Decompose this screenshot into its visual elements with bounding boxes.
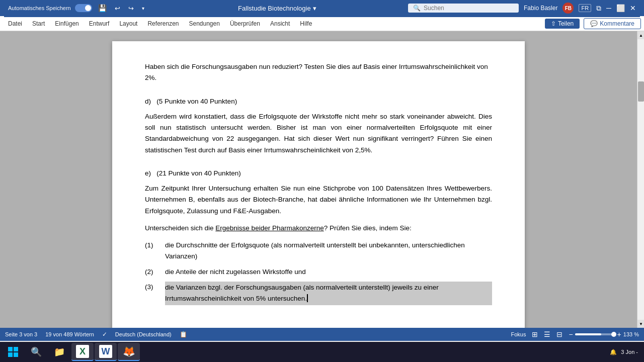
status-right: Fokus ⊞ ☰ ⊟ − + 133 %	[511, 330, 639, 338]
section-e-label: e)	[145, 169, 151, 177]
share-button[interactable]: ⇧ Teilen	[545, 19, 580, 29]
minimize-button[interactable]: ─	[606, 4, 611, 12]
zoom-in-button[interactable]: +	[617, 330, 621, 338]
list-marker-2: (2)	[145, 266, 165, 278]
menu-einfuegen[interactable]: Einfügen	[50, 18, 84, 29]
zoom-level[interactable]: 133 %	[623, 331, 639, 337]
list-item-3: (3) die Varianzen bzgl. der Forschungsau…	[145, 282, 492, 305]
comments-label: Kommentare	[600, 20, 634, 27]
zoom-fill	[575, 333, 602, 335]
list-text-1: die Durchschnitte der Erfolgsquote (als …	[165, 240, 492, 262]
menu-sendungen[interactable]: Sendungen	[184, 18, 225, 29]
close-button[interactable]: ✕	[630, 4, 636, 12]
menu-layout[interactable]: Layout	[114, 18, 142, 29]
word-taskbar-button[interactable]: W	[95, 343, 117, 361]
list-marker-3: (3)	[145, 282, 165, 305]
search-taskbar-button[interactable]: 🔍	[25, 343, 47, 361]
view-mode-2[interactable]: ☰	[544, 330, 550, 338]
windows-start-button[interactable]	[2, 343, 24, 361]
section-d-body: Außerdem wird konstatiert, dass die Erfo…	[145, 111, 492, 156]
scroll-thumb[interactable]	[638, 81, 644, 102]
menu-ansicht[interactable]: Ansicht	[265, 18, 295, 29]
lang-badge: FR	[579, 4, 591, 12]
document-area: Haben sich die Forschungsausgaben nun re…	[0, 31, 644, 328]
zoom-track[interactable]	[575, 333, 615, 335]
menu-bar: Datei Start Einfügen Entwurf Layout Refe…	[0, 16, 644, 31]
section-e-header: e) (21 Punkte von 40 Punkten)	[145, 168, 492, 179]
scrollbar[interactable]: ▲ ▼	[637, 31, 644, 328]
list-text-2: die Anteile der nicht zugelassen Wirksto…	[165, 266, 306, 278]
menu-ueberpruefen[interactable]: Überprüfen	[225, 18, 265, 29]
section-e: e) (21 Punkte von 40 Punkten) Zum Zeitpu…	[145, 168, 492, 305]
svg-rect-0	[8, 347, 13, 351]
title-bar-left: Automatisches Speichern 💾 ↩ ↪ ▾	[8, 3, 146, 13]
title-bar-right: 🔍 Fabio Basler FB FR ⧉ ─ ⬜ ✕	[408, 3, 636, 14]
search-input[interactable]	[424, 5, 504, 12]
body2-suffix: ? Prüfen Sie dies, indem Sie:	[324, 224, 412, 232]
section-d-header: d) (5 Punkte von 40 Punkten)	[145, 96, 492, 107]
scroll-up-button[interactable]: ▲	[637, 31, 644, 39]
redo-button[interactable]: ↪	[126, 4, 136, 13]
body2-prefix: Unterscheiden sich die	[145, 224, 215, 232]
language[interactable]: Deutsch (Deutschland)	[115, 331, 172, 337]
view-mode-3[interactable]: ⊟	[556, 330, 562, 338]
excel-taskbar-button[interactable]: X	[71, 343, 94, 361]
taskbar: 🔍 📁 X W 🦊 🔔 3 Jon -	[0, 342, 644, 362]
scroll-down-button[interactable]: ▼	[637, 320, 644, 328]
page-container[interactable]: Haben sich die Forschungsausgaben nun re…	[0, 31, 637, 328]
system-tray: 🔔 3 Jon -	[610, 349, 642, 355]
zoom-slider[interactable]: − + 133 %	[569, 330, 639, 338]
status-bar: Seite 3 von 3 19 von 489 Wörtern ✓ Deuts…	[0, 328, 644, 341]
section-d-label: d)	[145, 98, 151, 105]
word-count[interactable]: 19 von 489 Wörtern	[45, 331, 94, 337]
section-e-body2: Unterscheiden sich die Ergebnisse beider…	[145, 223, 492, 234]
intro-text: Haben sich die Forschungsausgaben nun re…	[145, 63, 488, 81]
file-explorer-button[interactable]: 📁	[48, 343, 70, 361]
section-e-points: (21 Punkte von 40 Punkten)	[156, 169, 240, 177]
zoom-out-button[interactable]: −	[569, 330, 573, 338]
list-text-3: die Varianzen bzgl. der Forschungsausgab…	[165, 282, 492, 305]
proofread-icon[interactable]: ✓	[102, 331, 107, 338]
user-initials-badge: FB	[562, 3, 574, 14]
menu-hilfe[interactable]: Hilfe	[295, 18, 317, 29]
page-info[interactable]: Seite 3 von 3	[5, 331, 37, 337]
share-label: Teilen	[558, 20, 574, 27]
undo-button[interactable]: ↩	[113, 4, 122, 13]
cursor	[307, 294, 308, 302]
notification-icon[interactable]: 🔔	[610, 349, 617, 355]
section-d-points: (5 Punkte von 40 Punkten)	[156, 98, 237, 105]
document-title[interactable]: Fallstudie Biotechnologie ▾	[238, 5, 316, 12]
svg-rect-2	[8, 352, 13, 357]
svg-rect-3	[14, 352, 18, 357]
list-item-1: (1) die Durchschnitte der Erfolgsquote (…	[145, 240, 492, 262]
status-left: Seite 3 von 3 19 von 489 Wörtern ✓ Deuts…	[5, 331, 187, 338]
menu-referenzen[interactable]: Referenzen	[142, 18, 184, 29]
restore-button[interactable]: ⬜	[616, 4, 625, 12]
body2-underline: Ergebnisse beider Pharmakonzerne	[215, 224, 324, 232]
autosave-label: Automatisches Speichern	[8, 5, 71, 11]
section-d: d) (5 Punkte von 40 Punkten) Außerdem wi…	[145, 96, 492, 156]
track-changes-icon[interactable]: 📋	[180, 331, 187, 338]
comments-button[interactable]: 💬 Kommentare	[584, 18, 641, 29]
search-icon: 🔍	[413, 5, 421, 12]
view-mode-1[interactable]: ⊞	[532, 330, 538, 338]
autosave-toggle[interactable]	[75, 4, 92, 12]
user-name: Fabio Basler	[524, 5, 557, 12]
firefox-taskbar-button[interactable]: 🦊	[118, 343, 140, 361]
list-marker-1: (1)	[145, 240, 165, 262]
menu-datei[interactable]: Datei	[3, 18, 27, 29]
intro-paragraph: Haben sich die Forschungsausgaben nun re…	[145, 61, 492, 84]
save-button[interactable]: 💾	[96, 3, 109, 13]
search-box[interactable]: 🔍	[408, 4, 519, 13]
section-e-body1: Zum Zeitpunkt Ihrer Untersuchung erhalte…	[145, 183, 492, 217]
document-page: Haben sich die Forschungsausgaben nun re…	[112, 41, 525, 328]
scroll-track[interactable]	[637, 39, 644, 320]
menu-entwurf[interactable]: Entwurf	[84, 18, 115, 29]
quick-access-more[interactable]: ▾	[140, 5, 146, 12]
menu-start[interactable]: Start	[27, 18, 50, 29]
jon-indicator: 3 Jon -	[621, 349, 638, 355]
switch-view-button[interactable]: ⧉	[596, 4, 601, 13]
zoom-handle[interactable]	[611, 332, 616, 337]
focus-label[interactable]: Fokus	[511, 331, 526, 337]
svg-rect-1	[14, 347, 18, 351]
